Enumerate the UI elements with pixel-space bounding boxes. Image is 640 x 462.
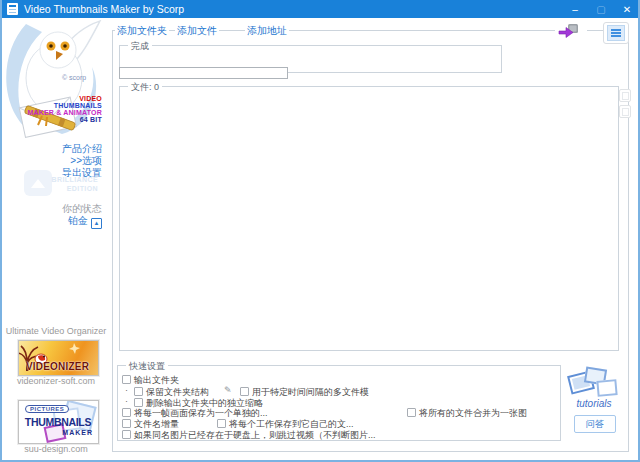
list-icon — [607, 25, 625, 41]
progress-bar — [119, 67, 288, 79]
ptm-pictures-label: PICTURES — [25, 405, 69, 413]
checkbox-save-each-job[interactable] — [217, 419, 226, 428]
checkbox-output-folder[interactable] — [122, 375, 131, 384]
app-window: Video Thumbnails Maker by Scorp – ▢ ✕ — [0, 0, 640, 462]
files-groupbox[interactable]: 文件: 0 — [119, 86, 619, 351]
ptm-maker-label: MAKER — [62, 429, 93, 436]
maximize-button[interactable]: ▢ — [588, 0, 614, 18]
checkbox-keep-structure[interactable] — [134, 387, 143, 396]
status-value-row[interactable]: 铂金▲ — [2, 214, 102, 229]
sidebar: © scorp VIDEO THUMBNAILS MAKER & ANIMATO… — [2, 18, 110, 460]
checkbox-delete-standalone[interactable] — [134, 398, 143, 407]
minimize-button[interactable]: – — [562, 0, 588, 18]
videonizer-banner[interactable]: VIDEONIZER — [18, 340, 99, 376]
add-url-link[interactable]: 添加地址 — [245, 25, 289, 36]
brand-line-maker: MAKER & ANIMATOR — [2, 109, 102, 116]
tutorials-label[interactable]: tutorials — [565, 398, 623, 409]
label-time-interval[interactable]: 用于特定时间间隔的多文件模 — [252, 386, 369, 399]
window-title: Video Thumbnails Maker by Scorp — [24, 3, 562, 15]
quick-settings-label: 快速设置 — [126, 360, 168, 373]
suu-design-site-link[interactable]: suu-design.com — [2, 444, 110, 454]
status-value[interactable]: 铂金 — [68, 215, 88, 226]
videonizer-site-link[interactable]: videonizer-soft.com — [2, 376, 110, 386]
add-source-links: 添加文件夹添加文件添加地址 — [115, 24, 289, 38]
files-list-button-top[interactable] — [619, 89, 631, 102]
title-bar[interactable]: Video Thumbnails Maker by Scorp – ▢ ✕ — [0, 0, 640, 18]
checkbox-save-each-frame[interactable] — [122, 408, 131, 417]
checkbox-skip-existing[interactable] — [122, 430, 131, 439]
checkbox-filename-increment[interactable] — [122, 419, 131, 428]
photo-frame-icon — [596, 379, 617, 397]
brand-line-video: VIDEO — [2, 95, 102, 102]
app-icon — [7, 3, 18, 15]
sidebar-link-options[interactable]: >>选项 — [2, 155, 102, 167]
promo-videonizer-title: Ultimate Video Organizer — [2, 326, 110, 336]
label-skip-existing[interactable]: 如果同名图片已经存在于硬盘上，则跳过视频（不判断图片... — [134, 429, 376, 442]
qa-button[interactable]: 问答 — [574, 415, 616, 433]
bullet: · — [125, 396, 128, 406]
close-button[interactable]: ✕ — [614, 0, 640, 18]
add-file-link[interactable]: 添加文件 — [175, 25, 219, 36]
label-merge-all[interactable]: 将所有的文件合并为一张图 — [419, 407, 527, 420]
pencil-icon[interactable]: ✎ — [224, 385, 232, 395]
done-label: 完成 — [128, 40, 152, 53]
edition-watermark-text: BRILLIANCE EDITION — [2, 176, 98, 193]
go-icon[interactable] — [555, 22, 587, 42]
bullet: · — [125, 385, 128, 395]
main-panel: 添加文件夹添加文件添加地址 完成 文件: 0 快速设置 输出文件夹 — [112, 30, 629, 452]
copyright-text: © scorp — [62, 74, 86, 81]
checkbox-merge-all[interactable] — [407, 408, 416, 417]
quick-settings-groupbox: 快速设置 输出文件夹 · 保留文件夹结构 ✎ 用于特定时间间隔的多文件模 · 删… — [117, 365, 561, 441]
status-info-icon[interactable]: ▲ — [91, 218, 102, 229]
files-list-button-bottom[interactable] — [619, 105, 631, 118]
files-label: 文件: 0 — [128, 81, 162, 94]
brand-line-thumbnails: THUMBNAILS — [2, 102, 102, 109]
sidebar-link-about[interactable]: 产品介绍 — [2, 143, 102, 155]
brand-line-64bit: 64 BIT — [2, 116, 102, 123]
sidebar-links: 产品介绍 >>选项 导出设置 — [2, 143, 102, 179]
tutorials-button[interactable]: tutorials — [565, 367, 623, 415]
brand-block: VIDEO THUMBNAILS MAKER & ANIMATOR 64 BIT — [2, 95, 102, 123]
queue-list-button[interactable] — [603, 22, 629, 44]
files-count: 0 — [154, 82, 159, 92]
videonizer-brand[interactable]: VIDEONIZER — [19, 361, 96, 372]
owl-logo — [4, 20, 108, 150]
thumbnails-maker-banner[interactable]: PICTURES THUMBNAILS MAKER — [18, 400, 99, 444]
checkbox-time-interval[interactable] — [240, 387, 249, 396]
add-folder-link[interactable]: 添加文件夹 — [115, 25, 169, 36]
ptm-thumbnails-label: THUMBNAILS — [21, 416, 95, 428]
